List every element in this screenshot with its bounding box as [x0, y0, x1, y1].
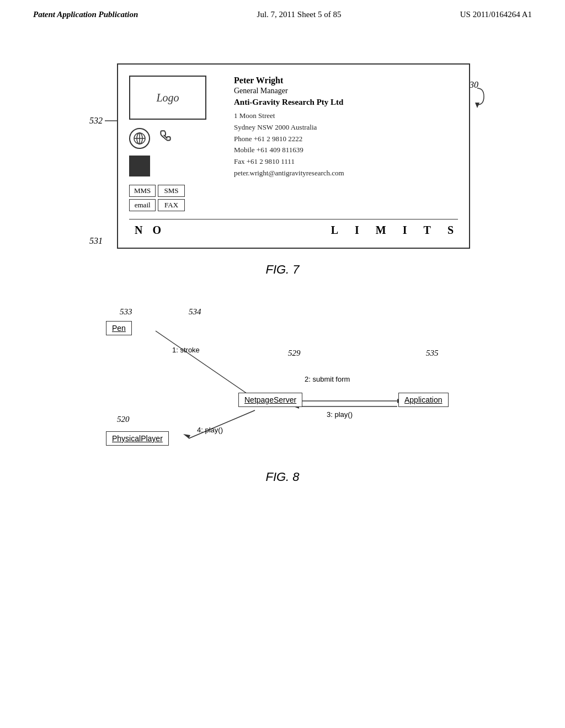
limit-o: O [152, 224, 161, 237]
limits-row: N O L I M I T S [129, 219, 458, 237]
header-publication-label: Patent Application Publication [33, 10, 138, 19]
box-application: Application [398, 393, 449, 407]
limit-t: T [424, 224, 435, 237]
label-533: 533 [120, 307, 132, 317]
card-left-section: Logo [129, 76, 217, 211]
limits-left: N O [135, 224, 161, 237]
contact-phone: Phone +61 2 9810 2222 [234, 133, 458, 145]
box-netpage: NetpageServer [238, 393, 302, 407]
svg-marker-14 [183, 434, 190, 438]
contact-address: 1 Moon Street [234, 110, 458, 122]
label-531: 531 [89, 236, 103, 245]
application-label: Application [404, 395, 443, 404]
main-content: 532 530 [0, 25, 565, 506]
logo-box: Logo [129, 76, 206, 120]
label-534: 534 [189, 307, 201, 317]
box-physical: PhysicalPlayer [106, 431, 169, 446]
page-header: Patent Application Publication Jul. 7, 2… [0, 0, 565, 25]
business-card: Logo [117, 63, 470, 249]
label-532: 532 [89, 116, 103, 126]
contact-email: peter.wright@antigravityresearch.com [234, 168, 458, 179]
logo-text: Logo [156, 92, 179, 104]
svg-line-7 [156, 331, 252, 397]
fig7-diagram: 532 530 [89, 63, 476, 249]
contact-company: Anti-Gravity Research Pty Ltd [234, 98, 458, 107]
fig8-diagram: 533 Pen 534 1: stroke 529 2: submit form… [89, 304, 476, 459]
contact-details: 1 Moon Street Sydney NSW 2000 Australia … [234, 110, 458, 179]
fig7-container: 532 530 [33, 63, 532, 277]
fig8-caption: FIG. 8 [265, 470, 299, 484]
contact-name: Peter Wright [234, 76, 458, 85]
limit-n: N [135, 224, 142, 237]
physical-label: PhysicalPlayer [112, 434, 163, 443]
fig8-container: 533 Pen 534 1: stroke 529 2: submit form… [33, 304, 532, 484]
contact-title: General Manager [234, 87, 458, 95]
label-529: 529 [288, 349, 301, 358]
contact-mobile: Mobile +61 409 811639 [234, 144, 458, 156]
arrow2-label: 2: submit form [305, 375, 350, 383]
limit-i2: I [403, 224, 412, 237]
limit-i1: I [355, 224, 364, 237]
arrow4-label: 4: play() [197, 426, 223, 434]
globe-icon [129, 128, 150, 149]
limit-s: S [447, 224, 458, 237]
arrow3-label: 3: play() [327, 410, 353, 419]
arrow1-label: 1: stroke [172, 346, 200, 354]
contact-city: Sydney NSW 2000 Australia [234, 122, 458, 133]
label-520: 520 [117, 415, 130, 424]
label-535: 535 [426, 349, 439, 358]
pen-label: Pen [112, 324, 126, 333]
header-date-sheet: Jul. 7, 2011 Sheet 5 of 85 [257, 10, 342, 19]
action-buttons: MMS SMS email FAX [129, 185, 185, 211]
icons-row [129, 128, 173, 149]
qr-code [129, 156, 150, 176]
contact-fax: Fax +61 2 9810 1111 [234, 156, 458, 168]
email-button[interactable]: email [129, 199, 156, 211]
mms-button[interactable]: MMS [129, 185, 156, 197]
card-right-section: Peter Wright General Manager Anti-Gravit… [234, 76, 458, 211]
netpage-label: NetpageServer [244, 395, 296, 404]
fax-button[interactable]: FAX [158, 199, 184, 211]
limits-right: L I M I T S [331, 224, 458, 237]
header-patent-number: US 2011/0164264 A1 [460, 10, 532, 19]
limit-l: L [331, 224, 343, 237]
phone-icon [158, 130, 173, 147]
svg-marker-2 [475, 103, 479, 108]
limit-m: M [376, 224, 391, 237]
fig7-caption: FIG. 7 [265, 263, 299, 277]
box-pen: Pen [106, 321, 132, 335]
sms-button[interactable]: SMS [158, 185, 184, 197]
svg-line-13 [189, 410, 255, 438]
